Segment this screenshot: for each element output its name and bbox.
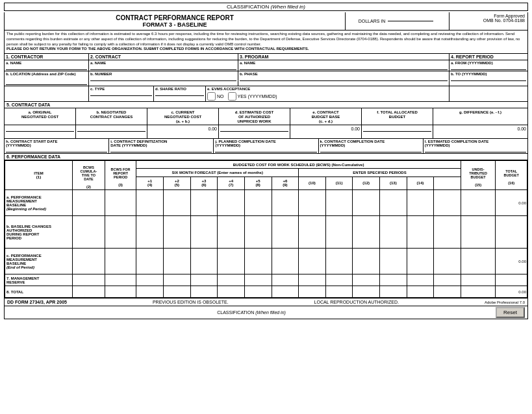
notice-area: The public reporting burden for this col… [4, 30, 528, 54]
row-a-col2 [73, 190, 105, 216]
col-d-input[interactable] [220, 127, 288, 132]
row-c-col2 [73, 249, 105, 274]
col-a-value-cell [5, 125, 76, 138]
row-a-col9 [272, 190, 299, 216]
row-7-label: 7. MANAGEMENTRESERVE [5, 274, 73, 286]
classification-top-italic: (When filled in) [271, 4, 305, 10]
col11-header: (11) [325, 177, 353, 189]
row-b-col9 [272, 216, 299, 249]
row-7-col10 [299, 274, 326, 286]
row-b-col12 [353, 216, 380, 249]
col-b-label: b. NEGOTIATED CONTRACT CHANGES [90, 110, 133, 119]
share-ratio-input[interactable] [155, 91, 204, 96]
contractor-name-input[interactable] [6, 65, 87, 70]
evms-yes-checkbox[interactable] [228, 92, 236, 101]
row-a-col6 [190, 190, 218, 216]
row-8-col10 [299, 286, 326, 298]
classification-top: CLASSIFICATION (When filled in) [4, 3, 528, 11]
six-month-header: SIX MONTH FORECAST (Enter names of month… [136, 169, 299, 177]
row-8-col11 [325, 286, 353, 298]
classification-top-label: CLASSIFICATION [227, 4, 269, 10]
col7-header: +4(7) [218, 177, 245, 189]
col-b-input[interactable] [77, 127, 146, 132]
col-f-input[interactable] [363, 127, 431, 132]
row-8-col15 [434, 286, 461, 298]
section1: 1. CONTRACTOR [5, 54, 89, 60]
reset-button[interactable]: Reset [496, 307, 525, 318]
row-8-col12 [353, 286, 380, 298]
program-name-input[interactable] [240, 65, 448, 70]
location-label: b. LOCATION (Address and ZIP Code) [6, 72, 87, 76]
row-b-col8 [244, 216, 272, 249]
table-row-8: 8. TOTAL [5, 286, 527, 298]
l-input[interactable] [425, 147, 526, 152]
l-label: l. ESTIMATED COMPLETION DATE (YYYYMMDD) [425, 140, 526, 147]
table-row-7: 7. MANAGEMENTRESERVE [5, 274, 527, 286]
row-b-col5 [164, 216, 191, 249]
contract-name-cell: a. NAME [89, 60, 238, 71]
row-7-col13 [380, 274, 407, 286]
row-a-col15 [434, 190, 461, 216]
section3: 3. PROGRAM [238, 54, 450, 60]
h-input[interactable] [6, 147, 107, 152]
row-a-label: a. PERFORMANCEMEASUREMENTBASELINE (Begin… [5, 190, 73, 216]
j-input[interactable] [215, 147, 316, 152]
col-g-value-cell: 0.00 [433, 125, 527, 138]
row-b-col14 [407, 216, 434, 249]
row-c-col4 [136, 249, 164, 274]
from-input[interactable] [451, 65, 526, 70]
row-b-col10 [299, 216, 326, 249]
row-c-col8 [244, 249, 272, 274]
row-8-col6 [190, 286, 218, 298]
phase-input[interactable] [240, 76, 448, 81]
header-title: CONTRACT PERFORMANCE REPORT FORMAT 3 - B… [5, 12, 346, 30]
row-a-col10 [299, 190, 326, 216]
k-input[interactable] [320, 147, 422, 152]
col-f-label: f. TOTAL ALLOCATED BUDGET [377, 110, 418, 119]
evms-no-checkbox[interactable] [207, 92, 216, 101]
row-b-col11 [325, 216, 353, 249]
sec6-header: 6. PERFORMANCE DATA [4, 154, 528, 160]
col-e-header: e. CONTRACT BUDGET BASE (c. + d.) [290, 108, 362, 125]
row-8-col5 [164, 286, 191, 298]
h-cell: h. CONTRACT START DATE (YYYYMMDD) [5, 139, 109, 153]
i-input[interactable] [110, 147, 212, 152]
row-7-col15 [434, 274, 461, 286]
contract-name-input[interactable] [90, 65, 236, 70]
dollars-input-line [388, 21, 433, 21]
page: CLASSIFICATION (When filled in) CONTRACT… [0, 0, 532, 322]
col-c-label: c. CURRENT NEGOTIATED COST (a. + b.) [164, 110, 201, 123]
to-input[interactable] [451, 76, 526, 81]
row-b-total [496, 216, 527, 249]
col-g-value: 0.00 [435, 127, 526, 131]
form-name: DD FORM 2734/3, APR 2005 [7, 300, 67, 304]
row-b-col13 [380, 216, 407, 249]
row-a-col14 [407, 190, 434, 216]
classification-bottom-label: CLASSIFICATION [217, 310, 254, 315]
item-header: ITEM (1) [5, 161, 73, 190]
adobe-text: Adobe Professional 7.0 [485, 300, 525, 304]
col-c-value-cell: 0.00 [147, 125, 219, 138]
row-8-col2 [73, 286, 105, 298]
sec5-col-headers: a. ORIGINAL NEGOTIATED COST b. NEGOTIATE… [4, 108, 528, 125]
share-ratio-cell: d. SHARE RATIO [154, 86, 206, 101]
sec2-title: 2. CONTRACT [90, 55, 121, 59]
name-row: a. NAME a. NAME a. NAME a. FROM (YYYYMMD… [4, 60, 528, 71]
row-7-col5 [164, 274, 191, 286]
budgeted-cost-header: BUDGETED COST FOR WORK SCHEDULED (BCWS) … [136, 161, 461, 169]
row-a-total: 0.00 [496, 190, 527, 216]
col-a-input[interactable] [6, 127, 74, 132]
col13-header: (13) [380, 177, 407, 189]
col-a-label: a. ORIGINAL NEGOTIATED COST [21, 110, 58, 119]
program-name-cell: a. NAME [238, 60, 450, 71]
classification-bottom-italic: (When filled in) [255, 310, 286, 315]
row-a-col7 [218, 190, 245, 216]
type-input[interactable] [90, 91, 152, 96]
evms-cell: e. EVMS ACCEPTANCE NO YES (YYYYMMDD) [206, 86, 450, 101]
contract-number-cell: b. NUMBER [89, 71, 238, 86]
contract-number-input[interactable] [90, 76, 236, 81]
row-a-col12 [353, 190, 380, 216]
notice-important: PLEASE DO NOT RETURN YOUR FORM TO THE AB… [6, 47, 309, 51]
location-input[interactable] [6, 80, 87, 85]
performance-table-wrapper: ITEM (1) BCWS CUMULA- TIVE TO DATE (2) B… [4, 160, 528, 298]
